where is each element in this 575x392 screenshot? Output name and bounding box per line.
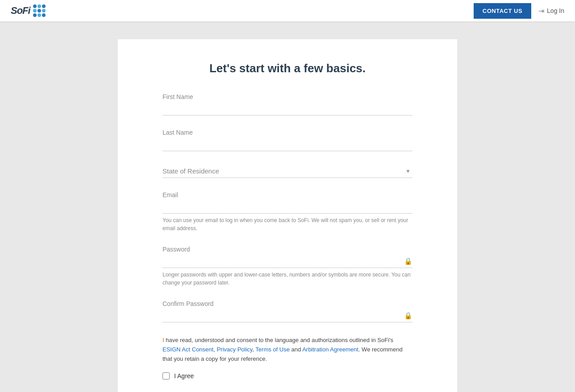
logo-dot — [33, 9, 37, 12]
nav-right: CONTACT US ⇥ Log In — [474, 3, 564, 19]
logo: SoFi — [11, 4, 46, 17]
consent-group: I have read, understood and consent to t… — [162, 336, 412, 392]
email-field-group: Email You can use your email to log in w… — [162, 191, 412, 232]
password-field-group: Password 🔒 Longer passwords with upper a… — [162, 246, 412, 287]
logo-dot — [42, 13, 46, 17]
logo-dot — [33, 13, 37, 17]
password-label: Password — [162, 246, 412, 253]
first-name-label: First Name — [162, 93, 412, 100]
email-hint: You can use your email to log in when yo… — [162, 216, 412, 232]
arbitration-link[interactable]: Arbitration Agreement — [302, 346, 358, 353]
logo-dot — [42, 9, 46, 12]
state-field-group: State of Residence AlabamaAlaskaArizonaA… — [162, 165, 412, 178]
confirm-password-input-wrapper: 🔒 — [162, 309, 412, 322]
password-input-wrapper: 🔒 — [162, 255, 412, 268]
login-label: Log In — [547, 7, 564, 14]
consent-part1: have read, understood and consent to the… — [164, 337, 393, 343]
agree-row: I Agree — [162, 372, 412, 380]
logo-dot — [33, 4, 37, 8]
confirm-password-label: Confirm Password — [162, 300, 412, 307]
last-name-field-group: Last Name — [162, 129, 412, 151]
last-name-input[interactable] — [162, 138, 412, 151]
signup-card: Let's start with a few basics. First Nam… — [118, 39, 457, 392]
state-select[interactable]: State of Residence AlabamaAlaskaArizonaA… — [162, 165, 412, 178]
logo-dot — [38, 9, 41, 12]
logo-dot — [38, 4, 41, 8]
consent-and: and — [290, 346, 302, 353]
consent-text: I have read, understood and consent to t… — [162, 336, 412, 363]
logo-dot — [38, 13, 41, 17]
navbar: SoFi CONTACT US ⇥ Log In — [0, 0, 575, 21]
lock-icon: 🔒 — [404, 257, 412, 265]
agree-label: I Agree — [174, 372, 194, 380]
email-label: Email — [162, 191, 412, 198]
esign-link[interactable]: ESIGN Act Consent — [162, 346, 213, 353]
terms-of-use-link[interactable]: Terms of Use — [255, 346, 290, 353]
page-title: Let's start with a few basics. — [162, 62, 412, 75]
login-button[interactable]: ⇥ Log In — [538, 7, 564, 15]
login-icon: ⇥ — [538, 7, 544, 15]
password-input[interactable] — [162, 255, 412, 268]
logo-dot — [42, 4, 46, 8]
page-wrapper: Let's start with a few basics. First Nam… — [0, 21, 575, 392]
contact-us-button[interactable]: CONTACT US — [474, 3, 531, 19]
confirm-password-input[interactable] — [162, 309, 412, 322]
first-name-input[interactable] — [162, 102, 412, 116]
privacy-policy-link[interactable]: Privacy Policy — [217, 346, 252, 353]
logo-text: SoFi — [11, 5, 30, 17]
password-hint: Longer passwords with upper and lower-ca… — [162, 271, 412, 287]
agree-checkbox[interactable] — [162, 372, 170, 380]
lock-icon-confirm: 🔒 — [404, 312, 412, 320]
first-name-field-group: First Name — [162, 93, 412, 116]
email-input[interactable] — [162, 200, 412, 214]
confirm-password-field-group: Confirm Password 🔒 — [162, 300, 412, 322]
last-name-label: Last Name — [162, 129, 412, 136]
state-select-wrapper: State of Residence AlabamaAlaskaArizonaA… — [162, 165, 412, 178]
logo-dots — [33, 4, 46, 17]
